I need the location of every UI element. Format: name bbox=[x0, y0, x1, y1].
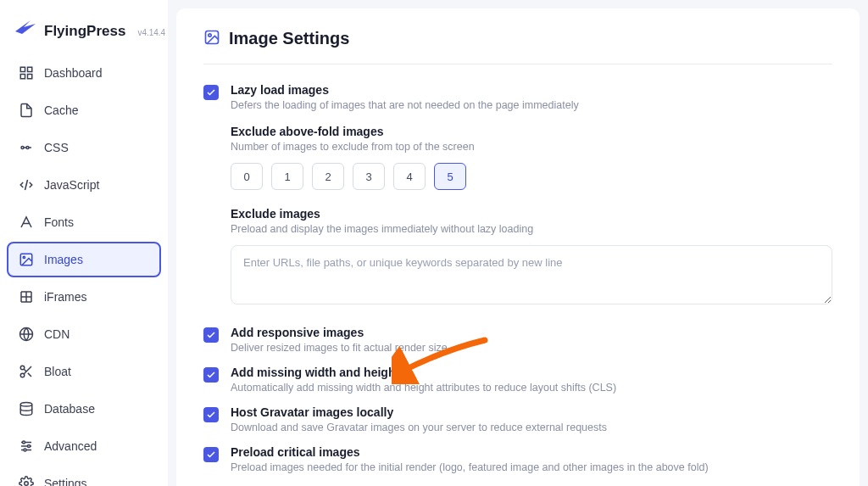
sidebar-item-cdn[interactable]: CDN bbox=[7, 316, 161, 352]
js-icon bbox=[19, 177, 34, 193]
number-option-2[interactable]: 2 bbox=[312, 163, 344, 190]
number-option-0[interactable]: 0 bbox=[231, 163, 263, 190]
sidebar-item-bloat[interactable]: Bloat bbox=[7, 354, 161, 389]
setting-title: Add responsive images bbox=[231, 326, 832, 339]
database-icon bbox=[19, 401, 34, 416]
svg-rect-0 bbox=[20, 67, 25, 71]
sliders-icon bbox=[19, 439, 34, 454]
number-option-3[interactable]: 3 bbox=[353, 163, 385, 190]
sidebar-item-label: Images bbox=[44, 253, 83, 266]
sidebar-item-label: Settings bbox=[44, 477, 87, 486]
svg-point-4 bbox=[21, 147, 24, 149]
brand-logo-icon bbox=[14, 19, 37, 36]
exclude-images-textarea[interactable] bbox=[231, 245, 832, 304]
svg-line-21 bbox=[28, 373, 31, 377]
setting-responsive: Add responsive images Deliver resized im… bbox=[203, 307, 832, 354]
globe-icon bbox=[19, 327, 34, 342]
svg-point-28 bbox=[28, 445, 31, 448]
svg-line-6 bbox=[25, 180, 28, 190]
setting-desc: Download and save Gravatar images on you… bbox=[231, 422, 832, 433]
sidebar-item-settings[interactable]: Settings bbox=[7, 466, 161, 486]
number-option-5[interactable]: 5 bbox=[434, 163, 466, 190]
setting-lazy-load: Lazy load images Defers the loading of i… bbox=[203, 64, 832, 111]
sidebar-item-label: CSS bbox=[44, 141, 69, 154]
sidebar: FlyingPress v4.14.4 DashboardCacheCSSJav… bbox=[0, 0, 168, 486]
iframe-icon bbox=[19, 289, 34, 304]
svg-rect-3 bbox=[28, 75, 32, 79]
svg-point-30 bbox=[25, 482, 29, 486]
page-header: Image Settings bbox=[203, 29, 832, 64]
sidebar-item-label: Cache bbox=[44, 103, 78, 117]
sidebar-item-advanced[interactable]: Advanced bbox=[7, 428, 161, 464]
number-option-1[interactable]: 1 bbox=[271, 163, 303, 190]
sidebar-item-label: iFrames bbox=[44, 290, 87, 304]
setting-preload: Preload critical images Preload images n… bbox=[203, 433, 832, 473]
setting-desc: Defers the loading of images that are no… bbox=[231, 99, 832, 111]
font-icon bbox=[19, 215, 34, 230]
sidebar-item-javascript[interactable]: JavaScript bbox=[7, 167, 161, 203]
checkbox-lazy-load[interactable] bbox=[203, 85, 219, 100]
grid-icon bbox=[19, 65, 34, 81]
setting-title: Lazy load images bbox=[231, 83, 832, 97]
svg-rect-1 bbox=[28, 67, 32, 71]
checkbox-missing-wh[interactable] bbox=[203, 367, 219, 383]
gear-icon bbox=[19, 476, 34, 486]
svg-point-19 bbox=[20, 373, 25, 377]
sidebar-item-fonts[interactable]: Fonts bbox=[7, 204, 161, 240]
brand-version: v4.14.4 bbox=[137, 28, 165, 37]
exclude-above-fold-block: Exclude above-fold images Number of imag… bbox=[231, 125, 832, 190]
exclude-images-hint: Preload and display the images immediate… bbox=[231, 223, 832, 235]
checkbox-gravatar[interactable] bbox=[203, 407, 219, 422]
exclude-images-label: Exclude images bbox=[231, 207, 832, 221]
sidebar-item-images[interactable]: Images bbox=[7, 242, 161, 277]
image-icon bbox=[19, 252, 34, 267]
sidebar-item-label: Fonts bbox=[44, 215, 74, 229]
setting-desc: Automatically add missing width and heig… bbox=[231, 382, 832, 394]
scissors-icon bbox=[19, 364, 34, 379]
brand: FlyingPress v4.14.4 bbox=[7, 15, 161, 55]
image-icon bbox=[203, 29, 220, 48]
setting-title: Preload critical images bbox=[231, 445, 832, 459]
setting-desc: Deliver resized images to fit actual ren… bbox=[231, 342, 832, 354]
exclude-above-fold-label: Exclude above-fold images bbox=[231, 125, 832, 138]
svg-point-29 bbox=[24, 449, 26, 451]
sidebar-item-css[interactable]: CSS bbox=[7, 130, 161, 165]
sidebar-item-label: Dashboard bbox=[44, 66, 103, 80]
css-icon bbox=[19, 140, 34, 155]
number-selector-row: 012345 bbox=[231, 163, 832, 190]
sidebar-item-label: Database bbox=[44, 402, 95, 416]
sidebar-item-cache[interactable]: Cache bbox=[7, 92, 161, 128]
setting-title: Add missing width and height bbox=[231, 366, 832, 379]
sidebar-item-label: Advanced bbox=[44, 439, 97, 453]
setting-gravatar: Host Gravatar images locally Download an… bbox=[203, 394, 832, 433]
sidebar-item-label: CDN bbox=[44, 327, 70, 341]
checkbox-responsive[interactable] bbox=[203, 327, 219, 343]
number-option-4[interactable]: 4 bbox=[393, 163, 426, 190]
settings-panel: Image Settings Lazy load images Defers t… bbox=[176, 8, 860, 486]
svg-line-22 bbox=[24, 369, 26, 371]
svg-point-5 bbox=[26, 147, 29, 149]
svg-point-27 bbox=[23, 441, 25, 444]
file-icon bbox=[19, 103, 34, 118]
exclude-images-block: Exclude images Preload and display the i… bbox=[231, 207, 832, 307]
nav-list: DashboardCacheCSSJavaScriptFontsImagesiF… bbox=[7, 55, 161, 486]
exclude-above-fold-hint: Number of images to exclude from top of … bbox=[231, 141, 832, 153]
setting-missing-wh: Add missing width and height Automatical… bbox=[203, 354, 832, 394]
page-title: Image Settings bbox=[229, 29, 349, 48]
sidebar-item-label: Bloat bbox=[44, 365, 71, 378]
svg-point-32 bbox=[209, 34, 211, 36]
svg-point-9 bbox=[23, 256, 25, 258]
sidebar-item-database[interactable]: Database bbox=[7, 391, 161, 427]
setting-desc: Preload images needed for the initial re… bbox=[231, 461, 832, 473]
checkbox-preload[interactable] bbox=[203, 447, 219, 462]
main: Image Settings Lazy load images Defers t… bbox=[168, 0, 868, 486]
svg-point-18 bbox=[20, 366, 25, 370]
sidebar-item-label: JavaScript bbox=[44, 178, 99, 192]
sidebar-item-iframes[interactable]: iFrames bbox=[7, 279, 161, 315]
svg-rect-2 bbox=[20, 75, 25, 79]
svg-point-23 bbox=[20, 403, 32, 407]
brand-name: FlyingPress bbox=[44, 23, 125, 40]
sidebar-item-dashboard[interactable]: Dashboard bbox=[7, 55, 161, 91]
setting-title: Host Gravatar images locally bbox=[231, 405, 832, 419]
